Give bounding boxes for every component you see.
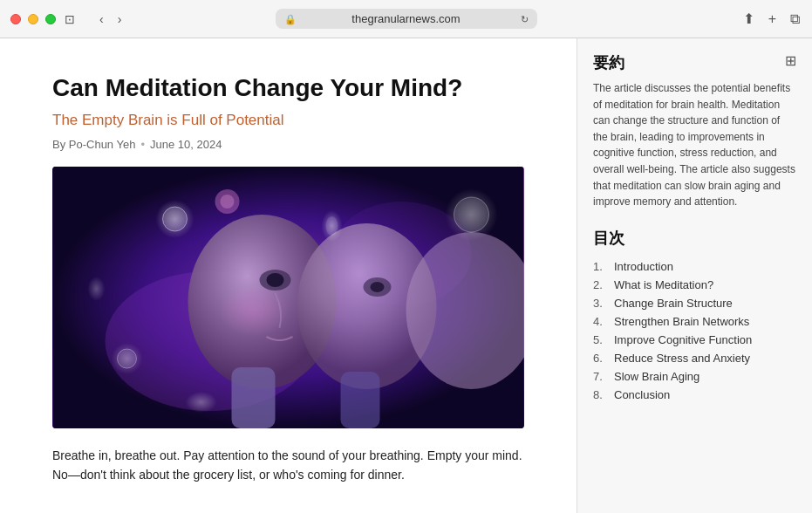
toc-item-label: Reduce Stress and Anxiety xyxy=(614,352,750,365)
toc-item-number: 1. xyxy=(593,260,609,273)
toc-item-number: 6. xyxy=(593,352,609,365)
toc-item[interactable]: 1.Introduction xyxy=(593,257,796,276)
svg-point-11 xyxy=(371,282,385,292)
panel-header: 要約 ⊞ xyxy=(593,52,796,80)
toc-item[interactable]: 7.Slow Brain Aging xyxy=(593,367,796,386)
titlebar: ⊡ ‹ › 🔒 thegranularnews.com ↻ ⬆ + ⧉ xyxy=(0,0,812,38)
svg-point-27 xyxy=(221,195,235,209)
reload-icon[interactable]: ↻ xyxy=(521,13,529,24)
minimize-button[interactable] xyxy=(28,14,38,24)
address-text: thegranularnews.com xyxy=(351,12,460,25)
svg-point-23 xyxy=(326,216,338,236)
toc-list: 1.Introduction2.What is Meditation?3.Cha… xyxy=(593,257,796,404)
toc-item-label: What is Meditation? xyxy=(614,278,713,291)
toc-item-number: 5. xyxy=(593,333,609,346)
maximize-button[interactable] xyxy=(45,14,56,24)
svg-point-6 xyxy=(267,273,284,287)
panel-toggle-button[interactable]: ⊞ xyxy=(785,52,796,69)
toc-item-label: Introduction xyxy=(614,260,673,273)
close-button[interactable] xyxy=(10,14,21,24)
svg-point-25 xyxy=(88,277,106,301)
toc-item[interactable]: 2.What is Meditation? xyxy=(593,276,796,294)
toc-item-number: 3. xyxy=(593,297,609,310)
toc-item-label: Strengthen Brain Networks xyxy=(614,315,749,328)
article-body: Breathe in, breathe out. Pay attention t… xyxy=(52,446,524,485)
article-byline: By Po-Chun Yeh • June 10, 2024 xyxy=(52,138,524,151)
toc-item-number: 2. xyxy=(593,278,609,291)
toc-item-label: Improve Cognitive Function xyxy=(614,333,752,346)
toc-item-label: Conclusion xyxy=(614,388,670,401)
toc-item[interactable]: 8.Conclusion xyxy=(593,386,796,404)
titlebar-center: 🔒 thegranularnews.com ↻ xyxy=(276,9,537,29)
toc-item[interactable]: 5.Improve Cognitive Function xyxy=(593,331,796,349)
toc-item-number: 4. xyxy=(593,315,609,328)
toc-heading: 目次 xyxy=(593,228,796,249)
sidebar-toggle-button[interactable]: ⊡ xyxy=(59,10,80,28)
svg-rect-4 xyxy=(232,367,276,428)
lock-icon: 🔒 xyxy=(284,13,297,24)
toc-item[interactable]: 4.Strengthen Brain Networks xyxy=(593,312,796,331)
forward-button[interactable]: › xyxy=(113,10,127,28)
article-area: Can Meditation Change Your Mind? The Emp… xyxy=(0,38,577,513)
traffic-lights xyxy=(10,14,56,24)
summary-text: The article discusses the potential bene… xyxy=(593,80,796,210)
toc-item[interactable]: 3.Change Brain Structure xyxy=(593,294,796,312)
svg-rect-9 xyxy=(341,372,380,428)
article-subtitle: The Empty Brain is Full of Potential xyxy=(52,112,524,129)
byline-separator: • xyxy=(140,138,145,151)
toc-item-number: 8. xyxy=(593,388,609,401)
address-bar[interactable]: 🔒 thegranularnews.com ↻ xyxy=(276,9,537,29)
byline-date: June 10, 2024 xyxy=(150,138,222,151)
toc-item-number: 7. xyxy=(593,370,609,383)
svg-point-7 xyxy=(219,284,289,337)
toc-item-label: Slow Brain Aging xyxy=(614,370,699,383)
nav-buttons: ‹ › xyxy=(94,10,126,28)
browser-content: Can Meditation Change Your Mind? The Emp… xyxy=(0,38,812,513)
article-title: Can Meditation Change Your Mind? xyxy=(52,73,524,103)
toc-item[interactable]: 6.Reduce Stress and Anxiety xyxy=(593,349,796,367)
titlebar-right: ⬆ + ⧉ xyxy=(741,9,802,29)
toc-item-label: Change Brain Structure xyxy=(614,297,733,310)
right-panel: 要約 ⊞ The article discusses the potential… xyxy=(577,38,812,513)
new-tab-button[interactable]: + xyxy=(767,10,778,29)
article-hero-image xyxy=(52,167,524,428)
tabs-button[interactable]: ⧉ xyxy=(788,10,802,29)
summary-heading: 要約 xyxy=(593,52,624,73)
byline-author: By Po-Chun Yeh xyxy=(52,138,135,151)
share-button[interactable]: ⬆ xyxy=(741,9,756,29)
back-button[interactable]: ‹ xyxy=(94,10,109,28)
svg-point-24 xyxy=(186,392,217,413)
panel-summary-title: 要約 xyxy=(593,52,624,80)
